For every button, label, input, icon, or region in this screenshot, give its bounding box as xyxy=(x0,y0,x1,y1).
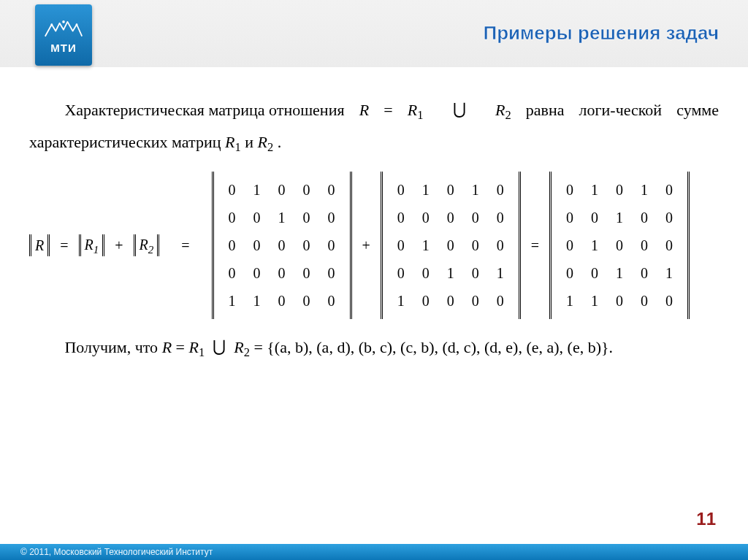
matrix-cell: 0 xyxy=(657,287,682,315)
norm-R: R xyxy=(29,234,50,256)
matrix-3: 0101000100010000010111000 xyxy=(549,172,690,319)
matrix-cell: 1 xyxy=(582,231,607,259)
para2-part-a: Получим, что xyxy=(29,332,158,363)
matrix-cell: 0 xyxy=(557,231,582,259)
matrix-cell: 0 xyxy=(438,204,463,231)
matrix-equation: R = R1 + R2 = 0100000100000000000011000 … xyxy=(29,172,719,319)
matrix-cell: 0 xyxy=(607,287,632,315)
matrix-cell: 1 xyxy=(463,176,488,204)
content-area: Характеристическая матрица отношения R =… xyxy=(0,67,748,364)
matrix-cell: 0 xyxy=(488,204,513,231)
matrix-cell: 0 xyxy=(413,259,438,287)
matrix-cell: 0 xyxy=(463,259,488,287)
matrix-cell: 1 xyxy=(582,287,607,315)
matrix-cell: 0 xyxy=(632,231,657,259)
matrix-cell: 0 xyxy=(413,204,438,231)
matrix-cell: 1 xyxy=(632,176,657,204)
matrix-cell: 0 xyxy=(657,204,682,231)
paragraph-2: Получим, что R = R1 ⋃ R2 = {(a, b), (a, … xyxy=(29,332,719,364)
matrix-cell: 1 xyxy=(438,259,463,287)
logo: МТИ xyxy=(35,4,92,66)
matrix-cell: 0 xyxy=(270,176,294,204)
plus-sign-2: + xyxy=(362,231,370,259)
matrix-cell: 1 xyxy=(245,287,270,315)
matrix-cell: 0 xyxy=(389,176,413,204)
plus-sign-1: + xyxy=(115,231,123,259)
svg-point-1 xyxy=(50,23,53,26)
matrix-cell: 0 xyxy=(607,176,632,204)
matrix-cell: 0 xyxy=(463,231,488,259)
matrix-cell: 0 xyxy=(582,259,607,287)
matrix-cell: 0 xyxy=(488,231,513,259)
matrix-cell: 0 xyxy=(319,176,344,204)
matrix-cell: 0 xyxy=(270,287,294,315)
svg-point-2 xyxy=(76,23,78,26)
paragraph-1: Характеристическая матрица отношения R =… xyxy=(29,95,719,158)
matrix-cell: 0 xyxy=(607,231,632,259)
result-expr: R = R1 ⋃ R2 xyxy=(162,338,254,356)
matrix-cell: 0 xyxy=(245,259,270,287)
matrix-cell: 1 xyxy=(607,259,632,287)
matrix-cell: 0 xyxy=(657,176,682,204)
eq-sign-2: = xyxy=(181,231,189,259)
eq-sign-3: = xyxy=(531,231,539,259)
matrix-cell: 1 xyxy=(582,176,607,204)
matrix-cell: 0 xyxy=(463,287,488,315)
norm-R2: R2 xyxy=(134,234,160,256)
matrix-cell: 0 xyxy=(294,176,319,204)
matrix-cell: 0 xyxy=(488,287,513,315)
para1-part-c: и xyxy=(245,133,257,151)
relation-expr: R = R1 ⋃ R2 xyxy=(359,101,526,119)
matrix-cell: 0 xyxy=(319,259,344,287)
matrix-cell: 0 xyxy=(294,287,319,315)
slide-title: Примеры решения задач xyxy=(483,22,719,45)
matrix-cell: 0 xyxy=(220,204,245,231)
matrix-cell: 0 xyxy=(632,204,657,231)
para2-part-b: = {(a, b), (a, d), (b, c), (c, b), (d, c… xyxy=(253,338,613,356)
matrix-cell: 1 xyxy=(413,176,438,204)
matrix-cell: 0 xyxy=(438,287,463,315)
header-band: МТИ Примеры решения задач xyxy=(0,0,748,67)
matrix-cell: 0 xyxy=(557,259,582,287)
matrix-cell: 0 xyxy=(557,204,582,231)
matrix-cell: 0 xyxy=(389,204,413,231)
matrix-cell: 0 xyxy=(270,231,294,259)
matrix-cell: 0 xyxy=(270,259,294,287)
r1-inline: R1 xyxy=(225,133,241,151)
para1-part-d: . xyxy=(278,133,282,151)
matrix-cell: 1 xyxy=(245,176,270,204)
matrix-cell: 0 xyxy=(245,231,270,259)
para1-part-a: Характеристическая матрица отношения xyxy=(29,95,345,126)
matrix-cell: 0 xyxy=(389,259,413,287)
matrix-cell: 0 xyxy=(319,287,344,315)
footer-bar: © 2011, Московский Технологический Инсти… xyxy=(0,544,748,560)
footer-text: © 2011, Московский Технологический Инсти… xyxy=(20,547,213,557)
matrix-cell: 1 xyxy=(413,231,438,259)
matrix-cell: 0 xyxy=(294,204,319,231)
matrix-cell: 1 xyxy=(488,259,513,287)
matrix-cell: 1 xyxy=(389,287,413,315)
matrix-cell: 0 xyxy=(557,176,582,204)
r2-inline: R2 xyxy=(257,133,273,151)
matrix-cell: 0 xyxy=(438,231,463,259)
matrix-cell: 0 xyxy=(463,204,488,231)
matrix-cell: 0 xyxy=(294,231,319,259)
matrix-cell: 0 xyxy=(389,231,413,259)
matrix-cell: 0 xyxy=(632,259,657,287)
matrix-cell: 1 xyxy=(607,204,632,231)
matrix-cell: 1 xyxy=(657,259,682,287)
mountain-icon xyxy=(44,17,83,39)
matrix-cell: 0 xyxy=(294,259,319,287)
svg-point-0 xyxy=(62,20,65,23)
matrix-2: 0101000000010000010110000 xyxy=(381,172,521,319)
page-number: 11 xyxy=(696,509,716,529)
matrix-cell: 0 xyxy=(488,176,513,204)
matrix-cell: 1 xyxy=(220,287,245,315)
eq-sign-1: = xyxy=(60,231,68,259)
matrix-cell: 0 xyxy=(319,231,344,259)
matrix-cell: 1 xyxy=(270,204,294,231)
matrix-cell: 0 xyxy=(632,287,657,315)
matrix-cell: 0 xyxy=(245,204,270,231)
matrix-cell: 0 xyxy=(220,259,245,287)
logo-text: МТИ xyxy=(50,42,76,54)
